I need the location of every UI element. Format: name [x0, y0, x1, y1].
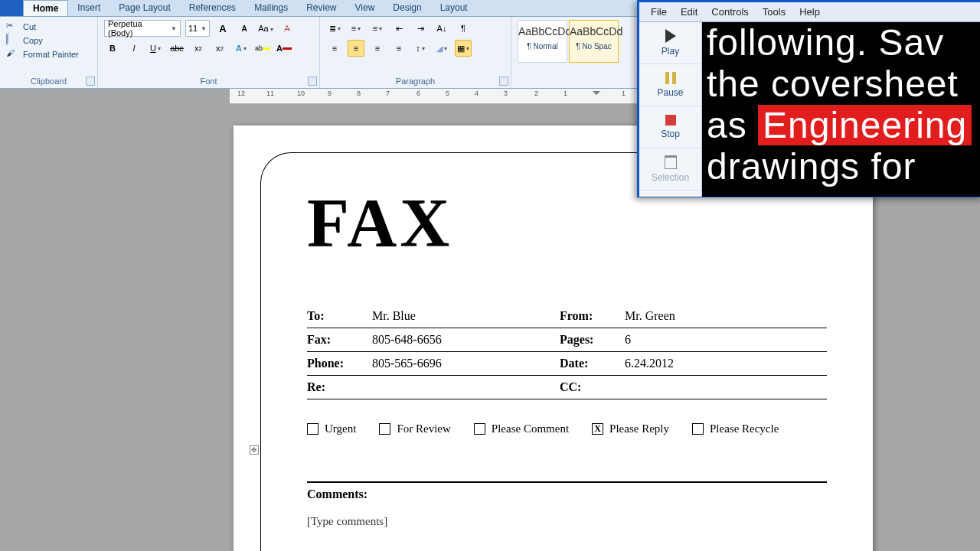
instruction-overlay-window[interactable]: File Edit Controls Tools Help Play Pause… [637, 0, 980, 197]
tab-design[interactable]: Design [384, 0, 430, 16]
tab-page-layout[interactable]: Page Layout [109, 0, 179, 16]
comments-divider [307, 481, 827, 483]
copy-button[interactable]: Copy [6, 34, 91, 47]
clear-formatting-button[interactable]: A̶ [279, 20, 296, 37]
style-normal[interactable]: AaBbCcDd ¶ Normal [518, 20, 567, 63]
paragraph-dialog-launcher[interactable] [499, 77, 508, 86]
text-effects-button[interactable]: A▾ [233, 40, 250, 57]
decrease-indent-button[interactable]: ⇤ [390, 20, 407, 37]
format-painter-button[interactable]: Format Painter [6, 47, 91, 61]
play-button[interactable]: Play [639, 22, 701, 64]
style-sample: AaBbCcDd [570, 25, 618, 37]
to-value[interactable]: Mr. Blue [372, 309, 416, 323]
increase-indent-button[interactable]: ⇥ [412, 20, 429, 37]
play-icon [665, 29, 676, 43]
tab-insert[interactable]: Insert [68, 0, 109, 16]
for-review-checkbox[interactable] [379, 423, 390, 435]
please-reply-checkbox[interactable]: X [592, 423, 603, 435]
change-case-button[interactable]: Aa▾ [257, 20, 274, 37]
tab-mailings[interactable]: Mailings [245, 0, 297, 16]
phone-value[interactable]: 805-565-6696 [372, 357, 442, 370]
ruler-num: 1 [564, 90, 567, 97]
cut-button[interactable]: Cut [6, 20, 91, 34]
stop-label: Stop [661, 129, 680, 139]
please-comment-label: Please Comment [492, 422, 569, 435]
justify-button[interactable]: ≡ [390, 40, 407, 57]
for-review-label: For Review [397, 422, 450, 435]
date-label: Date: [560, 357, 625, 370]
cut-label: Cut [23, 22, 36, 31]
tab-references[interactable]: References [180, 0, 245, 16]
tab-review[interactable]: Review [297, 0, 345, 16]
file-tab[interactable] [0, 0, 23, 16]
superscript-button[interactable]: x2 [211, 40, 228, 57]
please-recycle-checkbox[interactable] [692, 423, 704, 435]
urgent-checkbox[interactable] [307, 423, 318, 435]
subscript-button[interactable]: x2 [190, 40, 207, 57]
multilevel-list-button[interactable]: ≡▾ [369, 20, 386, 37]
numbering-button[interactable]: ≡▾ [348, 20, 364, 37]
table-move-handle[interactable]: ✥ [250, 445, 259, 455]
overlay-menu-edit[interactable]: Edit [675, 5, 703, 19]
overlay-menu-help[interactable]: Help [794, 5, 825, 19]
font-name-combo[interactable]: Perpetua (Body)▼ [104, 20, 181, 37]
ruler-num: 8 [357, 90, 361, 97]
overlay-menu-controls[interactable]: Controls [706, 5, 753, 19]
ruler-num: 2 [534, 90, 538, 97]
pages-label: Pages: [560, 333, 625, 347]
copy-icon [6, 34, 8, 44]
ruler-num: 7 [386, 90, 390, 97]
format-painter-label: Format Painter [23, 50, 79, 59]
overlay-line: as [707, 105, 758, 145]
fax-label: Fax: [307, 333, 372, 347]
ruler-num: 6 [416, 90, 420, 97]
group-font: Perpetua (Body)▼ 11▼ A A Aa▾ A̶ B I U▾ a… [98, 17, 320, 88]
tab-layout[interactable]: Layout [431, 0, 477, 16]
comments-placeholder[interactable]: [Type comments] [307, 515, 827, 528]
overlay-line: following. Sav [707, 22, 976, 64]
show-marks-button[interactable]: ¶ [455, 20, 472, 37]
indent-marker[interactable] [593, 91, 600, 99]
ruler-num: 10 [297, 90, 305, 97]
highlight-button[interactable]: ab [254, 40, 271, 57]
shrink-font-button[interactable]: A [236, 20, 253, 37]
ruler-num: 11 [266, 90, 274, 97]
overlay-controls: Play Pause Stop Selection [639, 22, 702, 197]
group-clipboard: Cut Copy Format Painter Clipboard [0, 17, 98, 88]
fax-value[interactable]: 805-648-6656 [372, 333, 442, 347]
pause-button[interactable]: Pause [639, 64, 701, 106]
align-right-button[interactable]: ≡ [369, 40, 386, 57]
pause-label: Pause [657, 87, 683, 98]
grow-font-button[interactable]: A [214, 20, 231, 37]
clipboard-dialog-launcher[interactable] [86, 77, 95, 86]
strikethrough-button[interactable]: abc [168, 40, 185, 57]
shading-button[interactable]: ◢▾ [433, 40, 450, 57]
please-recycle-label: Please Recycle [710, 422, 779, 435]
align-center-button[interactable]: ≡ [348, 40, 364, 57]
style-no-spacing[interactable]: AaBbCcDd ¶ No Spac [569, 20, 619, 63]
borders-button[interactable]: ▦▾ [455, 40, 472, 57]
underline-button[interactable]: U▾ [147, 40, 164, 57]
font-dialog-launcher[interactable] [308, 77, 317, 86]
from-value[interactable]: Mr. Green [625, 309, 675, 323]
bold-button[interactable]: B [104, 40, 121, 57]
date-value[interactable]: 6.24.2012 [625, 357, 674, 370]
tab-view[interactable]: View [346, 0, 384, 16]
italic-button[interactable]: I [126, 40, 142, 57]
bullets-button[interactable]: ≣▾ [326, 20, 343, 37]
clipboard-group-label: Clipboard [6, 77, 91, 88]
font-size-combo[interactable]: 11▼ [185, 20, 210, 37]
overlay-menu-file[interactable]: File [645, 5, 672, 19]
line-spacing-button[interactable]: ↕▾ [412, 40, 429, 57]
selection-button[interactable]: Selection [639, 148, 701, 191]
pages-value[interactable]: 6 [625, 333, 631, 347]
stop-button[interactable]: Stop [639, 106, 701, 148]
group-paragraph: ≣▾ ≡▾ ≡▾ ⇤ ⇥ A↓ ¶ ≡ ≡ ≡ ≡ ↕▾ ◢▾ ▦▾ Parag… [320, 17, 511, 88]
please-comment-checkbox[interactable] [474, 423, 485, 435]
play-label: Play [662, 46, 679, 57]
sort-button[interactable]: A↓ [433, 20, 450, 37]
align-left-button[interactable]: ≡ [326, 40, 343, 57]
font-color-button[interactable]: A [276, 40, 292, 57]
overlay-menu-tools[interactable]: Tools [757, 5, 791, 19]
tab-home[interactable]: Home [23, 0, 68, 16]
